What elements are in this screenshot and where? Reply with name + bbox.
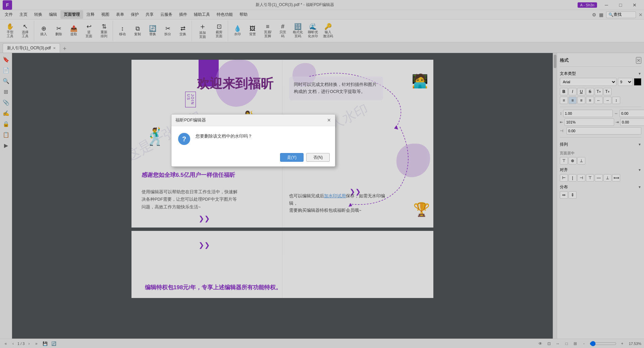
dialog-message: 您要删除该文档中的水印吗？ <box>196 133 252 140</box>
dialog-overlay: 福昕PDF编辑器 ✕ ? 您要删除该文档中的水印吗？ 是(Y) 否(N) <box>0 0 644 348</box>
dialog-titlebar: 福昕PDF编辑器 ✕ <box>171 114 335 126</box>
dialog-yes-button[interactable]: 是(Y) <box>280 153 304 162</box>
dialog-question-icon: ? <box>178 133 190 145</box>
dialog-no-button[interactable]: 否(N) <box>306 153 330 162</box>
dialog-title: 福昕PDF编辑器 <box>175 117 206 123</box>
watermark-dialog: 福昕PDF编辑器 ✕ ? 您要删除该文档中的水印吗？ 是(Y) 否(N) <box>171 114 335 167</box>
dialog-footer: 是(Y) 否(N) <box>171 150 335 166</box>
dialog-body: ? 您要删除该文档中的水印吗？ <box>171 126 335 150</box>
dialog-close-button[interactable]: ✕ <box>327 117 331 123</box>
